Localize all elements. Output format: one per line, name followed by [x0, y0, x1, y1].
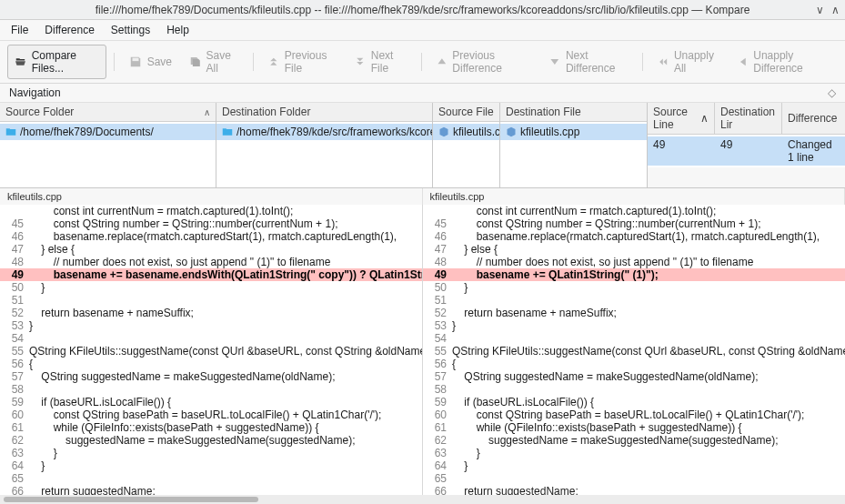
horizontal-scrollbar[interactable] [0, 495, 845, 504]
code-line[interactable]: 56{ [423, 358, 845, 370]
compare-files-button[interactable]: Compare Files... [7, 45, 106, 79]
code-line[interactable]: 63 } [423, 447, 845, 459]
code-line[interactable]: 50 } [0, 281, 422, 294]
code-text: const int currentNum = rmatch.captured(1… [452, 205, 845, 217]
destination-line-header[interactable]: Destination Lir [715, 103, 782, 134]
destination-file-item[interactable]: kfileutils.cpp [500, 124, 647, 140]
code-line[interactable]: 47 } else { [0, 243, 422, 256]
code-line[interactable]: 64 } [423, 459, 845, 472]
code-text: { [29, 358, 422, 370]
code-line[interactable]: 53} [0, 319, 422, 332]
code-line[interactable]: 66 return suggestedName; [423, 485, 845, 495]
code-line[interactable]: 55QString KFileUtils::suggestName(const … [423, 345, 845, 358]
code-line[interactable]: 45 const QString number = QString::numbe… [423, 217, 845, 230]
code-line[interactable]: 58 [0, 383, 422, 396]
source-file-header[interactable]: Source File [433, 103, 499, 122]
line-number: 57 [0, 370, 29, 383]
line-number: 60 [423, 408, 452, 421]
code-line[interactable]: 48 // number does not exist, so just app… [423, 256, 845, 268]
double-arrow-up-icon [268, 55, 279, 68]
code-line[interactable]: 46 basename.replace(rmatch.capturedStart… [423, 230, 845, 243]
code-line[interactable]: 51 [423, 294, 845, 307]
difference-row[interactable]: 49 49 Changed 1 line [648, 136, 845, 166]
file-tabs: kfileutils.cpp kfileutils.cpp [0, 188, 845, 205]
menu-settings[interactable]: Settings [111, 24, 150, 36]
code-line[interactable]: 57 QString suggestedName = makeSuggested… [0, 370, 422, 383]
code-line[interactable]: 58 [423, 383, 845, 396]
menu-difference[interactable]: Difference [45, 24, 94, 36]
sort-asc-icon[interactable]: ∧ [204, 107, 210, 117]
code-line[interactable]: 49 basename += basename.endsWith(QLatin1… [0, 268, 422, 281]
code-pane-left[interactable]: const int currentNum = rmatch.captured(1… [0, 205, 423, 495]
code-line[interactable]: 51 [0, 294, 422, 307]
maximize-icon[interactable]: ∧ [831, 4, 840, 16]
source-folder-item[interactable]: /home/fhek789/Documents/ [0, 124, 216, 140]
code-line[interactable]: 57 QString suggestedName = makeSuggested… [423, 370, 845, 383]
cpp-file-icon [438, 126, 449, 137]
code-line[interactable]: 66 return suggestedName; [0, 485, 422, 495]
code-line[interactable]: 50 } [423, 281, 845, 294]
code-text: basename.replace(rmatch.capturedStart(1)… [29, 230, 422, 243]
code-text: suggestedName = makeSuggestedName(sugges… [452, 434, 845, 447]
code-line[interactable]: 62 suggestedName = makeSuggestedName(sug… [423, 434, 845, 447]
code-line[interactable]: 48 // number does not exist, so just app… [0, 256, 422, 268]
folder-icon [222, 126, 233, 137]
code-line[interactable]: 61 while (QFileInfo::exists(basePath + s… [423, 421, 845, 434]
code-line[interactable]: const int currentNum = rmatch.captured(1… [423, 205, 845, 217]
code-line[interactable]: 64 } [0, 459, 422, 472]
code-line[interactable]: 54 [0, 332, 422, 345]
code-line[interactable]: 62 suggestedName = makeSuggestedName(sug… [0, 434, 422, 447]
code-pane-right[interactable]: const int currentNum = rmatch.captured(1… [423, 205, 845, 495]
code-line[interactable]: 52 return basename + nameSuffix; [423, 307, 845, 319]
code-line[interactable]: 60 const QString basePath = baseURL.toLo… [0, 408, 422, 421]
destination-folder-header[interactable]: Destination Folder [216, 103, 432, 122]
minimize-icon[interactable]: ∨ [816, 4, 824, 16]
code-line[interactable]: 65 [0, 472, 422, 485]
code-line[interactable]: 60 const QString basePath = baseURL.toLo… [423, 408, 845, 421]
code-line[interactable]: 59 if (baseURL.isLocalFile()) { [0, 396, 422, 408]
line-number: 60 [0, 408, 29, 421]
source-folder-header[interactable]: Source Folder ∧ [0, 103, 216, 122]
scrollbar-thumb[interactable] [4, 497, 258, 502]
code-line[interactable]: 46 basename.replace(rmatch.capturedStart… [0, 230, 422, 243]
line-number: 56 [0, 358, 29, 370]
double-arrow-down-icon [355, 55, 366, 68]
code-line[interactable]: 47 } else { [423, 243, 845, 256]
code-line[interactable]: 54 [423, 332, 845, 345]
menu-help[interactable]: Help [166, 24, 189, 36]
line-number: 59 [0, 396, 29, 408]
code-text: QString KFileUtils::suggestName(const QU… [452, 345, 845, 358]
code-line[interactable]: 45 const QString number = QString::numbe… [0, 217, 422, 230]
code-text: basename += basename.endsWith(QLatin1Str… [29, 268, 422, 281]
code-line[interactable]: 65 [423, 472, 845, 485]
line-number: 50 [423, 281, 452, 294]
code-line[interactable]: 52 return basename + nameSuffix; [0, 307, 422, 319]
sort-asc-icon[interactable]: ∧ [700, 112, 709, 125]
titlebar[interactable]: file:///home/fhek789/Documents/kfileutil… [0, 0, 845, 20]
code-text: const QString basePath = baseURL.toLocal… [29, 408, 422, 421]
code-text: while (QFileInfo::exists(basePath + sugg… [29, 421, 422, 434]
code-line[interactable]: 49 basename += QLatin1String(" (1)"); [423, 268, 845, 281]
source-line-header[interactable]: Source Line∧ [648, 103, 715, 134]
code-line[interactable]: 53} [423, 319, 845, 332]
toolbar: Compare Files... Save Save All Previous … [0, 41, 845, 84]
code-line[interactable]: 63 } [0, 447, 422, 459]
code-line[interactable]: 61 while (QFileInfo::exists(basePath + s… [0, 421, 422, 434]
code-text [452, 472, 845, 485]
difference-header[interactable]: Difference [782, 103, 845, 134]
code-line[interactable]: 55QString KFileUtils::suggestName(const … [0, 345, 422, 358]
gear-icon[interactable]: ◇ [828, 86, 836, 99]
code-line[interactable]: const int currentNum = rmatch.captured(1… [0, 205, 422, 217]
arrow-up-icon [437, 55, 448, 68]
code-line[interactable]: 59 if (baseURL.isLocalFile()) { [423, 396, 845, 408]
destination-file-header[interactable]: Destination File [500, 103, 647, 122]
menu-file[interactable]: File [11, 24, 28, 36]
line-number: 58 [423, 383, 452, 396]
destination-folder-item[interactable]: /home/fhek789/kde/src/frameworks/kcoread… [216, 124, 432, 140]
next-file-button: Next File [347, 45, 414, 78]
code-line[interactable]: 56{ [0, 358, 422, 370]
save-all-icon [190, 55, 201, 68]
code-text: if (baseURL.isLocalFile()) { [452, 396, 845, 408]
line-number: 55 [423, 345, 452, 358]
source-file-item[interactable]: kfileutils.c... [433, 124, 499, 140]
